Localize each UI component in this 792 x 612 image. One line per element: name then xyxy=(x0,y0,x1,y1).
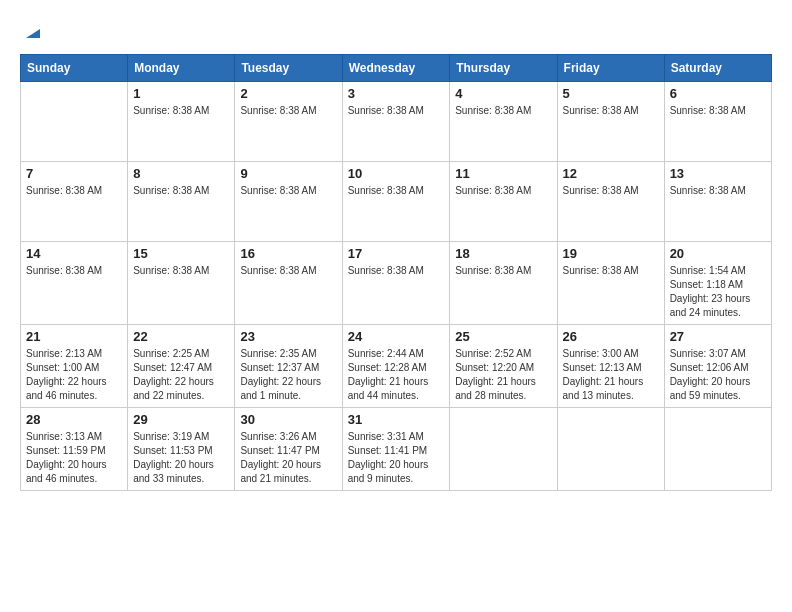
calendar-cell xyxy=(450,408,557,491)
day-number: 22 xyxy=(133,329,229,344)
calendar-cell: 19Sunrise: 8:38 AM xyxy=(557,242,664,325)
day-info: Sunrise: 8:38 AM xyxy=(240,264,336,278)
calendar-cell xyxy=(557,408,664,491)
day-number: 5 xyxy=(563,86,659,101)
day-number: 19 xyxy=(563,246,659,261)
day-info: Sunrise: 8:38 AM xyxy=(133,264,229,278)
day-info: Sunrise: 3:19 AMSunset: 11:53 PMDaylight… xyxy=(133,430,229,486)
calendar-cell xyxy=(664,408,771,491)
day-number: 29 xyxy=(133,412,229,427)
calendar-cell: 9Sunrise: 8:38 AM xyxy=(235,162,342,242)
header-tuesday: Tuesday xyxy=(235,55,342,82)
day-number: 7 xyxy=(26,166,122,181)
day-number: 16 xyxy=(240,246,336,261)
day-info: Sunrise: 8:38 AM xyxy=(348,264,445,278)
header-sunday: Sunday xyxy=(21,55,128,82)
day-info: Sunrise: 3:07 AMSunset: 12:06 AMDaylight… xyxy=(670,347,766,403)
day-info: Sunrise: 8:38 AM xyxy=(563,184,659,198)
day-info: Sunrise: 8:38 AM xyxy=(133,184,229,198)
day-number: 11 xyxy=(455,166,551,181)
svg-marker-0 xyxy=(26,29,40,38)
calendar-cell: 31Sunrise: 3:31 AMSunset: 11:41 PMDaylig… xyxy=(342,408,450,491)
calendar-cell: 18Sunrise: 8:38 AM xyxy=(450,242,557,325)
day-number: 21 xyxy=(26,329,122,344)
week-row-5: 28Sunrise: 3:13 AMSunset: 11:59 PMDaylig… xyxy=(21,408,772,491)
day-info: Sunrise: 8:38 AM xyxy=(240,184,336,198)
calendar-cell: 10Sunrise: 8:38 AM xyxy=(342,162,450,242)
day-info: Sunrise: 8:38 AM xyxy=(563,104,659,118)
day-info: Sunrise: 8:38 AM xyxy=(348,184,445,198)
day-info: Sunrise: 3:00 AMSunset: 12:13 AMDaylight… xyxy=(563,347,659,403)
header-monday: Monday xyxy=(128,55,235,82)
calendar-cell: 17Sunrise: 8:38 AM xyxy=(342,242,450,325)
day-number: 8 xyxy=(133,166,229,181)
day-info: Sunrise: 8:38 AM xyxy=(563,264,659,278)
week-row-4: 21Sunrise: 2:13 AMSunset: 1:00 AMDayligh… xyxy=(21,325,772,408)
day-number: 12 xyxy=(563,166,659,181)
logo-text xyxy=(20,20,44,38)
day-number: 20 xyxy=(670,246,766,261)
calendar-cell: 26Sunrise: 3:00 AMSunset: 12:13 AMDaylig… xyxy=(557,325,664,408)
day-info: Sunrise: 8:38 AM xyxy=(240,104,336,118)
day-number: 23 xyxy=(240,329,336,344)
day-number: 9 xyxy=(240,166,336,181)
header-thursday: Thursday xyxy=(450,55,557,82)
logo-arrow-icon xyxy=(22,20,44,42)
day-info: Sunrise: 3:31 AMSunset: 11:41 PMDaylight… xyxy=(348,430,445,486)
day-number: 15 xyxy=(133,246,229,261)
calendar-cell xyxy=(21,82,128,162)
day-number: 14 xyxy=(26,246,122,261)
calendar-cell: 29Sunrise: 3:19 AMSunset: 11:53 PMDaylig… xyxy=(128,408,235,491)
calendar-cell: 11Sunrise: 8:38 AM xyxy=(450,162,557,242)
day-number: 6 xyxy=(670,86,766,101)
day-info: Sunrise: 8:38 AM xyxy=(133,104,229,118)
calendar-cell: 24Sunrise: 2:44 AMSunset: 12:28 AMDaylig… xyxy=(342,325,450,408)
day-info: Sunrise: 2:35 AMSunset: 12:37 AMDaylight… xyxy=(240,347,336,403)
calendar-cell: 5Sunrise: 8:38 AM xyxy=(557,82,664,162)
calendar-cell: 25Sunrise: 2:52 AMSunset: 12:20 AMDaylig… xyxy=(450,325,557,408)
calendar-cell: 2Sunrise: 8:38 AM xyxy=(235,82,342,162)
header-wednesday: Wednesday xyxy=(342,55,450,82)
day-number: 1 xyxy=(133,86,229,101)
day-number: 4 xyxy=(455,86,551,101)
calendar-cell: 8Sunrise: 8:38 AM xyxy=(128,162,235,242)
calendar-cell: 20Sunrise: 1:54 AMSunset: 1:18 AMDayligh… xyxy=(664,242,771,325)
day-info: Sunrise: 2:52 AMSunset: 12:20 AMDaylight… xyxy=(455,347,551,403)
day-number: 17 xyxy=(348,246,445,261)
header-saturday: Saturday xyxy=(664,55,771,82)
calendar-cell: 4Sunrise: 8:38 AM xyxy=(450,82,557,162)
calendar-cell: 7Sunrise: 8:38 AM xyxy=(21,162,128,242)
calendar-cell: 27Sunrise: 3:07 AMSunset: 12:06 AMDaylig… xyxy=(664,325,771,408)
calendar-table: SundayMondayTuesdayWednesdayThursdayFrid… xyxy=(20,54,772,491)
day-number: 25 xyxy=(455,329,551,344)
calendar-cell: 28Sunrise: 3:13 AMSunset: 11:59 PMDaylig… xyxy=(21,408,128,491)
day-number: 26 xyxy=(563,329,659,344)
day-info: Sunrise: 1:54 AMSunset: 1:18 AMDaylight:… xyxy=(670,264,766,320)
week-row-2: 7Sunrise: 8:38 AM8Sunrise: 8:38 AM9Sunri… xyxy=(21,162,772,242)
day-info: Sunrise: 3:13 AMSunset: 11:59 PMDaylight… xyxy=(26,430,122,486)
day-info: Sunrise: 8:38 AM xyxy=(670,104,766,118)
day-info: Sunrise: 8:38 AM xyxy=(455,184,551,198)
day-info: Sunrise: 8:38 AM xyxy=(455,104,551,118)
header-friday: Friday xyxy=(557,55,664,82)
page-header xyxy=(20,20,772,38)
day-number: 31 xyxy=(348,412,445,427)
week-row-3: 14Sunrise: 8:38 AM15Sunrise: 8:38 AM16Su… xyxy=(21,242,772,325)
day-number: 10 xyxy=(348,166,445,181)
day-number: 24 xyxy=(348,329,445,344)
day-number: 13 xyxy=(670,166,766,181)
calendar-header-row: SundayMondayTuesdayWednesdayThursdayFrid… xyxy=(21,55,772,82)
day-info: Sunrise: 8:38 AM xyxy=(455,264,551,278)
calendar-cell: 15Sunrise: 8:38 AM xyxy=(128,242,235,325)
day-number: 30 xyxy=(240,412,336,427)
day-info: Sunrise: 8:38 AM xyxy=(26,184,122,198)
calendar-cell: 23Sunrise: 2:35 AMSunset: 12:37 AMDaylig… xyxy=(235,325,342,408)
calendar-cell: 13Sunrise: 8:38 AM xyxy=(664,162,771,242)
calendar-cell: 12Sunrise: 8:38 AM xyxy=(557,162,664,242)
day-info: Sunrise: 3:26 AMSunset: 11:47 PMDaylight… xyxy=(240,430,336,486)
week-row-1: 1Sunrise: 8:38 AM2Sunrise: 8:38 AM3Sunri… xyxy=(21,82,772,162)
calendar-cell: 14Sunrise: 8:38 AM xyxy=(21,242,128,325)
day-info: Sunrise: 2:13 AMSunset: 1:00 AMDaylight:… xyxy=(26,347,122,403)
day-number: 18 xyxy=(455,246,551,261)
day-number: 2 xyxy=(240,86,336,101)
